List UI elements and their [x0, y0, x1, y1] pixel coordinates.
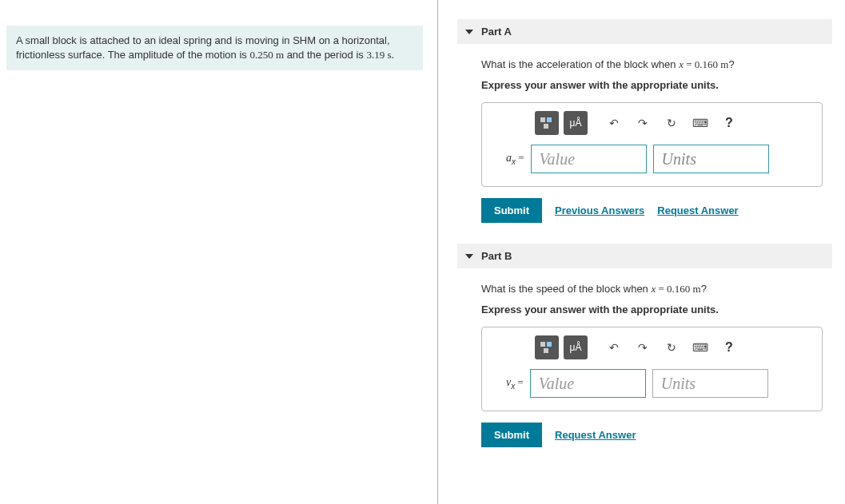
special-chars-button[interactable]: μÅ	[564, 111, 588, 135]
part-b-answer-box: μÅ ↶ ↷ ↻ ⌨ ? vx = Value Units	[481, 327, 823, 411]
part-b-instruction: Express your answer with the appropriate…	[481, 304, 823, 315]
units-input[interactable]: Units	[653, 145, 769, 173]
submit-button[interactable]: Submit	[481, 423, 542, 447]
variable-label: vx =	[506, 376, 524, 391]
svg-rect-3	[540, 342, 545, 347]
help-icon[interactable]: ?	[717, 111, 741, 135]
svg-rect-4	[547, 342, 552, 347]
templates-icon[interactable]	[535, 111, 559, 135]
keyboard-icon[interactable]: ⌨	[688, 335, 712, 359]
request-answer-link[interactable]: Request Answer	[555, 429, 636, 441]
part-a-header[interactable]: Part A	[457, 19, 832, 44]
keyboard-icon[interactable]: ⌨	[688, 111, 712, 135]
redo-icon[interactable]: ↷	[631, 111, 655, 135]
part-a-title: Part A	[481, 26, 512, 38]
part-a-instruction: Express your answer with the appropriate…	[481, 79, 823, 91]
part-b-toolbar: μÅ ↶ ↷ ↻ ⌨ ?	[492, 335, 812, 369]
previous-answers-link[interactable]: Previous Answers	[555, 204, 644, 216]
undo-icon[interactable]: ↶	[602, 111, 626, 135]
part-a-question: What is the acceleration of the block wh…	[481, 58, 823, 71]
part-b-input-row: vx = Value Units	[492, 369, 812, 398]
problem-panel: A small block is attached to an ideal sp…	[0, 0, 438, 504]
reset-icon[interactable]: ↻	[660, 335, 684, 359]
part-b-question: What is the speed of the block when x = …	[481, 283, 823, 296]
variable-label: ax =	[506, 152, 524, 166]
amplitude-value: 0.250 m	[249, 49, 284, 61]
part-b-actions: Submit Request Answer	[481, 423, 823, 447]
svg-rect-5	[544, 348, 548, 353]
problem-text-3: .	[391, 49, 394, 61]
special-chars-button[interactable]: μÅ	[564, 335, 588, 359]
value-input[interactable]: Value	[530, 369, 646, 398]
redo-icon[interactable]: ↷	[631, 335, 655, 359]
collapse-icon	[465, 30, 473, 34]
undo-icon[interactable]: ↶	[602, 335, 626, 359]
reset-icon[interactable]: ↻	[660, 111, 684, 135]
part-a-input-row: ax = Value Units	[492, 145, 812, 173]
value-input[interactable]: Value	[531, 145, 647, 173]
submit-button[interactable]: Submit	[481, 198, 542, 223]
svg-rect-1	[547, 117, 552, 122]
part-a-answer-box: μÅ ↶ ↷ ↻ ⌨ ? ax = Value Units	[481, 102, 823, 187]
answer-panel: Part A What is the acceleration of the b…	[438, 0, 845, 504]
period-value: 3.19 s	[366, 49, 391, 61]
problem-statement: A small block is attached to an ideal sp…	[6, 26, 423, 70]
request-answer-link[interactable]: Request Answer	[657, 204, 738, 216]
collapse-icon	[465, 254, 473, 259]
templates-icon[interactable]	[535, 335, 559, 359]
units-input[interactable]: Units	[652, 369, 768, 398]
svg-rect-2	[544, 124, 548, 129]
problem-text-2: and the period is	[284, 49, 366, 61]
part-a-body: What is the acceleration of the block wh…	[457, 58, 832, 244]
part-a-toolbar: μÅ ↶ ↷ ↻ ⌨ ?	[492, 111, 812, 145]
part-b-body: What is the speed of the block when x = …	[457, 283, 832, 468]
part-b-title: Part B	[481, 250, 512, 262]
svg-rect-0	[540, 117, 545, 122]
part-b-header[interactable]: Part B	[457, 244, 832, 268]
part-a-actions: Submit Previous Answers Request Answer	[481, 198, 823, 223]
help-icon[interactable]: ?	[717, 335, 741, 359]
